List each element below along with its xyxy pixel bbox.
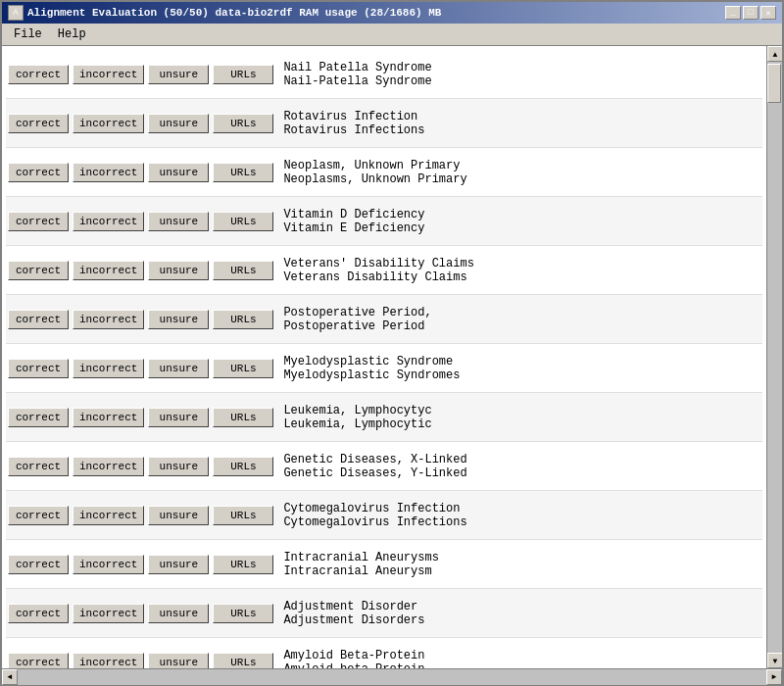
unsure-button[interactable]: unsure <box>148 408 209 427</box>
urls-button[interactable]: URLs <box>213 163 273 182</box>
urls-button[interactable]: URLs <box>213 212 273 231</box>
table-row: correct incorrect unsure URLs Myelodyspl… <box>6 344 762 393</box>
label-top: Veterans' Disability Claims <box>283 257 473 270</box>
row-labels: Nail Patella Syndrome Nail-Patella Syndr… <box>283 61 431 88</box>
unsure-button[interactable]: unsure <box>148 261 209 280</box>
label-top: Myelodysplastic Syndrome <box>283 355 460 368</box>
title-bar: A Alignment Evaluation (50/50) data-bio2… <box>2 2 782 24</box>
label-bottom: Cytomegalovirus Infections <box>283 515 466 529</box>
unsure-button[interactable]: unsure <box>148 506 209 525</box>
label-top: Adjustment Disorder <box>283 600 424 613</box>
incorrect-button[interactable]: incorrect <box>73 457 144 476</box>
table-row: correct incorrect unsure URLs Veterans' … <box>6 246 762 295</box>
menu-bar: File Help <box>2 24 782 46</box>
scroll-h-track <box>18 669 766 685</box>
minimize-button[interactable]: _ <box>725 6 741 20</box>
label-bottom: Postoperative Period <box>283 319 431 333</box>
menu-help[interactable]: Help <box>50 25 94 43</box>
incorrect-button[interactable]: incorrect <box>73 163 144 182</box>
unsure-button[interactable]: unsure <box>148 555 209 574</box>
incorrect-button[interactable]: incorrect <box>73 506 144 525</box>
urls-button[interactable]: URLs <box>213 65 273 84</box>
label-top: Leukemia, Lymphocytyc <box>283 404 431 417</box>
title-bar-controls: _ □ ✕ <box>725 6 776 20</box>
incorrect-button[interactable]: incorrect <box>73 65 144 84</box>
table-row: correct incorrect unsure URLs Genetic Di… <box>6 442 762 491</box>
correct-button[interactable]: correct <box>8 163 69 182</box>
correct-button[interactable]: correct <box>8 65 69 84</box>
unsure-button[interactable]: unsure <box>148 163 209 182</box>
table-row: correct incorrect unsure URLs Vitamin D … <box>6 197 762 246</box>
correct-button[interactable]: correct <box>8 114 69 133</box>
correct-button[interactable]: correct <box>8 506 69 525</box>
correct-button[interactable]: correct <box>8 310 69 329</box>
bottom-bar: ◄ ► <box>2 668 782 684</box>
label-bottom: Rotavirus Infections <box>283 123 424 137</box>
scroll-right-button[interactable]: ► <box>766 669 782 685</box>
maximize-button[interactable]: □ <box>743 6 759 20</box>
menu-file[interactable]: File <box>6 25 50 43</box>
urls-button[interactable]: URLs <box>213 261 273 280</box>
label-top: Nail Patella Syndrome <box>283 61 431 74</box>
incorrect-button[interactable]: incorrect <box>73 604 144 623</box>
incorrect-button[interactable]: incorrect <box>73 261 144 280</box>
label-top: Postoperative Period, <box>283 306 431 319</box>
unsure-button[interactable]: unsure <box>148 604 209 623</box>
correct-button[interactable]: correct <box>8 212 69 231</box>
incorrect-button[interactable]: incorrect <box>73 408 144 427</box>
row-labels: Myelodysplastic Syndrome Myelodysplastic… <box>283 355 460 382</box>
table-row: correct incorrect unsure URLs Leukemia, … <box>6 393 762 442</box>
unsure-button[interactable]: unsure <box>148 653 209 669</box>
urls-button[interactable]: URLs <box>213 310 273 329</box>
incorrect-button[interactable]: incorrect <box>73 114 144 133</box>
correct-button[interactable]: correct <box>8 408 69 427</box>
scroll-up-button[interactable]: ▲ <box>767 46 782 62</box>
table-row: correct incorrect unsure URLs Intracrani… <box>6 540 762 589</box>
urls-button[interactable]: URLs <box>213 653 273 669</box>
window-title: Alignment Evaluation (50/50) data-bio2rd… <box>27 7 441 19</box>
content-area: correct incorrect unsure URLs Nail Patel… <box>2 46 782 668</box>
label-top: Cytomegalovirus Infection <box>283 502 466 515</box>
close-button[interactable]: ✕ <box>760 6 776 20</box>
urls-button[interactable]: URLs <box>213 359 273 378</box>
label-bottom: Leukemia, Lymphocytic <box>283 417 431 431</box>
incorrect-button[interactable]: incorrect <box>73 310 144 329</box>
row-labels: Vitamin D Deficiency Vitamin E Deficienc… <box>283 208 424 235</box>
incorrect-button[interactable]: incorrect <box>73 212 144 231</box>
urls-button[interactable]: URLs <box>213 114 273 133</box>
unsure-button[interactable]: unsure <box>148 457 209 476</box>
correct-button[interactable]: correct <box>8 261 69 280</box>
urls-button[interactable]: URLs <box>213 604 273 623</box>
unsure-button[interactable]: unsure <box>148 310 209 329</box>
label-top: Amyloid Beta-Protein <box>283 649 424 662</box>
scroll-left-button[interactable]: ◄ <box>2 669 18 685</box>
correct-button[interactable]: correct <box>8 359 69 378</box>
row-labels: Cytomegalovirus Infection Cytomegaloviru… <box>283 502 466 529</box>
incorrect-button[interactable]: incorrect <box>73 555 144 574</box>
table-row: correct incorrect unsure URLs Rotavirus … <box>6 99 762 148</box>
label-top: Vitamin D Deficiency <box>283 208 424 221</box>
label-top: Genetic Diseases, X-Linked <box>283 453 466 466</box>
unsure-button[interactable]: unsure <box>148 212 209 231</box>
unsure-button[interactable]: unsure <box>148 359 209 378</box>
correct-button[interactable]: correct <box>8 555 69 574</box>
correct-button[interactable]: correct <box>8 604 69 623</box>
correct-button[interactable]: correct <box>8 653 69 669</box>
urls-button[interactable]: URLs <box>213 408 273 427</box>
unsure-button[interactable]: unsure <box>148 114 209 133</box>
label-bottom: Vitamin E Deficiency <box>283 221 424 235</box>
unsure-button[interactable]: unsure <box>148 65 209 84</box>
scroll-thumb[interactable] <box>767 64 781 103</box>
correct-button[interactable]: correct <box>8 457 69 476</box>
urls-button[interactable]: URLs <box>213 506 273 525</box>
incorrect-button[interactable]: incorrect <box>73 653 144 669</box>
label-bottom: Veterans Disability Claims <box>283 270 473 284</box>
incorrect-button[interactable]: incorrect <box>73 359 144 378</box>
table-row: correct incorrect unsure URLs Amyloid Be… <box>6 638 762 668</box>
label-bottom: Genetic Diseases, Y-Linked <box>283 466 466 480</box>
urls-button[interactable]: URLs <box>213 457 273 476</box>
label-top: Neoplasm, Unknown Primary <box>283 159 466 172</box>
urls-button[interactable]: URLs <box>213 555 273 574</box>
row-labels: Neoplasm, Unknown Primary Neoplasms, Unk… <box>283 159 466 186</box>
scroll-down-button[interactable]: ▼ <box>767 653 782 668</box>
